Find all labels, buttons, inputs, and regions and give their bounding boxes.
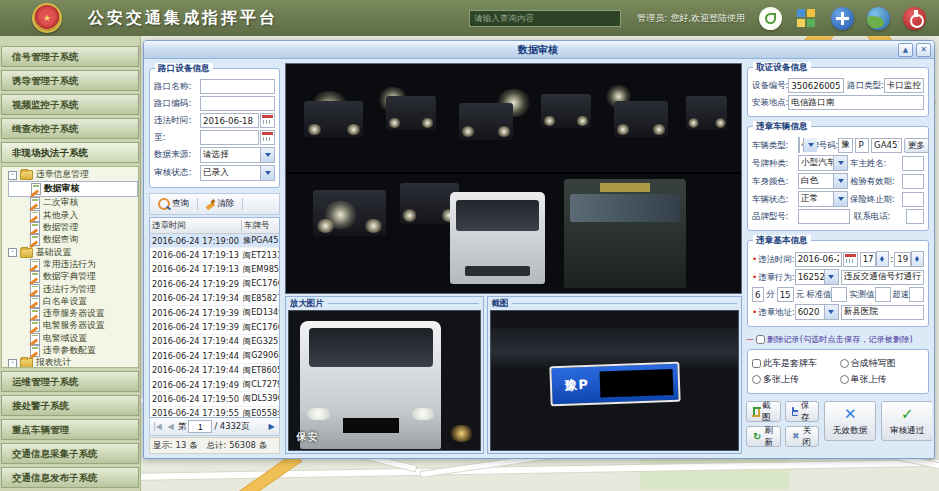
owner-name-input[interactable]	[902, 156, 924, 171]
brand-model-input[interactable]	[798, 209, 850, 224]
table-row[interactable]: 2016-06-24 17:19:44闽G29068	[150, 349, 279, 363]
phone-input[interactable]	[906, 209, 924, 224]
delete-record-checkbox[interactable]	[756, 335, 765, 344]
tree-item[interactable]: 数据审核	[8, 181, 138, 197]
more-button[interactable]: 更多	[904, 138, 929, 153]
sidebar-section[interactable]: 诱导管理子系统	[1, 70, 139, 91]
flower-icon[interactable]	[759, 7, 782, 30]
tree-item[interactable]: 白名单设置	[8, 296, 138, 308]
table-row[interactable]: 2016-06-24 17:19:29闽EC1766	[150, 277, 279, 291]
junction-code-input[interactable]	[200, 96, 275, 111]
address-code-select[interactable]: 6020	[795, 304, 839, 320]
clear-button[interactable]: 清除	[201, 196, 239, 212]
tree-item[interactable]: 违章参数配置	[8, 345, 138, 357]
tree-item[interactable]: -违章信息管理	[8, 169, 138, 181]
first-page-icon[interactable]: |◀	[152, 421, 163, 432]
tree-item[interactable]: 数据查询	[8, 234, 138, 246]
violation-minute-input[interactable]	[894, 252, 911, 267]
query-button[interactable]: 查询	[153, 196, 194, 212]
behavior-desc-input[interactable]	[841, 270, 924, 285]
apps-grid-icon[interactable]	[795, 7, 818, 30]
tree-item[interactable]: 其他录入	[8, 210, 138, 222]
fine-input[interactable]	[777, 287, 794, 302]
plate-letter-input[interactable]	[855, 138, 869, 153]
tree-item[interactable]: -报表统计	[8, 357, 138, 368]
window-titlebar[interactable]: 数据审核	[144, 41, 934, 59]
power-icon[interactable]	[903, 7, 926, 30]
insurance-input[interactable]	[902, 192, 924, 207]
vehicle-status-select[interactable]: 正常	[798, 191, 848, 207]
data-source-select[interactable]: 请选择	[200, 147, 275, 163]
save-button[interactable]: 保存	[785, 401, 820, 422]
violation-hour-input[interactable]	[860, 252, 877, 267]
date-from-input[interactable]	[200, 113, 259, 128]
prev-page-icon[interactable]: ◀	[165, 421, 176, 432]
sidebar-section[interactable]: 非现场执法子系统	[1, 142, 139, 163]
next-page-icon[interactable]: ▶	[266, 421, 277, 432]
calendar-icon[interactable]	[843, 252, 858, 267]
table-row[interactable]: 2016-06-24 17:19:55闽E0558学	[150, 407, 279, 417]
tree-item[interactable]: 违章服务器设置	[8, 308, 138, 320]
sidebar-section[interactable]: 接处警子系统	[1, 395, 139, 416]
global-search-input[interactable]	[469, 10, 621, 27]
composite-radio[interactable]	[840, 359, 849, 368]
tree-toggle-icon[interactable]: -	[8, 359, 17, 368]
inspection-input[interactable]	[902, 174, 924, 189]
table-row[interactable]: 2016-06-24 17:19:49闽CL7279	[150, 378, 279, 392]
plus-icon[interactable]	[831, 7, 854, 30]
sidebar-section[interactable]: 交通信息采集子系统	[1, 443, 139, 464]
table-row[interactable]: 2016-06-24 17:19:34闽E85827	[150, 292, 279, 306]
standard-input[interactable]	[831, 287, 847, 302]
tree-item[interactable]: 电警服务器设置	[8, 320, 138, 332]
tree-item[interactable]: 数据管理	[8, 222, 138, 234]
calendar-icon[interactable]	[260, 130, 275, 145]
sidebar-section[interactable]: 重点车辆管理	[1, 419, 139, 440]
tree-item[interactable]: 电警域设置	[8, 333, 138, 345]
sidebar-section[interactable]: 交通信息发布子系统	[1, 467, 139, 488]
screenshot-button[interactable]: 截图	[746, 401, 781, 422]
measured-input[interactable]	[875, 287, 891, 302]
tree-item[interactable]: 违法行为管理	[8, 283, 138, 295]
table-row[interactable]: 2016-06-24 17:19:44闽EG3253	[150, 335, 279, 349]
table-row[interactable]: 2016-06-24 17:19:00豫PGA451	[150, 234, 279, 248]
sidebar-section[interactable]: 缉查布控子系统	[1, 118, 139, 139]
plate-number-input[interactable]	[871, 138, 902, 153]
single-upload-radio[interactable]	[840, 375, 849, 384]
table-row[interactable]: 2016-06-24 17:19:39闽ED1349	[150, 306, 279, 320]
review-status-select[interactable]: 已录入	[200, 165, 275, 181]
install-location-input[interactable]	[788, 95, 924, 110]
tree-item[interactable]: 二次审核	[8, 197, 138, 209]
table-row[interactable]: 2016-06-24 17:19:13闽EM9853	[150, 263, 279, 277]
close-window-button[interactable]	[916, 43, 931, 57]
vehicle-type-select[interactable]: 小型轿车	[798, 137, 800, 153]
time-column-header[interactable]: 违章时间	[150, 220, 242, 232]
table-row[interactable]: 2016-06-24 17:19:13闽ET2131	[150, 248, 279, 262]
tree-toggle-icon[interactable]: -	[8, 248, 17, 257]
tree-item[interactable]: 数据字典管理	[8, 271, 138, 283]
table-row[interactable]: 2016-06-24 17:19:44闽ET8605	[150, 364, 279, 378]
sidebar-section[interactable]: 运维管理子系统	[1, 371, 139, 392]
date-to-input[interactable]	[200, 130, 259, 145]
overspeed-input[interactable]	[909, 287, 924, 302]
calendar-icon[interactable]	[260, 113, 275, 128]
hour-spinner[interactable]	[876, 251, 889, 267]
page-number-input[interactable]	[188, 420, 212, 433]
body-color-select[interactable]: 白色	[798, 173, 848, 189]
close-button[interactable]: ✖ 关闭	[785, 426, 819, 447]
violation-date-input[interactable]	[795, 252, 842, 267]
plate-province-input[interactable]	[838, 138, 853, 153]
tree-item[interactable]: -基础设置	[8, 246, 138, 258]
clone-plate-checkbox[interactable]	[752, 359, 761, 368]
table-row[interactable]: 2016-06-24 17:19:39闽EC1766	[150, 320, 279, 334]
tree-item[interactable]: 常用违法行为	[8, 259, 138, 271]
junction-type-input[interactable]	[884, 78, 924, 93]
plate-kind-select[interactable]: 小型汽车	[798, 155, 848, 171]
behavior-code-select[interactable]: 16252	[795, 269, 839, 285]
collapse-button[interactable]	[898, 43, 913, 57]
address-input[interactable]	[841, 305, 924, 320]
invalid-data-button[interactable]: ✕ 无效数据	[824, 401, 876, 441]
refresh-button[interactable]: ↻ 刷新	[746, 426, 781, 447]
minute-spinner[interactable]	[911, 251, 924, 267]
tree-toggle-icon[interactable]: -	[8, 171, 17, 180]
sidebar-section[interactable]: 视频监控子系统	[1, 94, 139, 115]
